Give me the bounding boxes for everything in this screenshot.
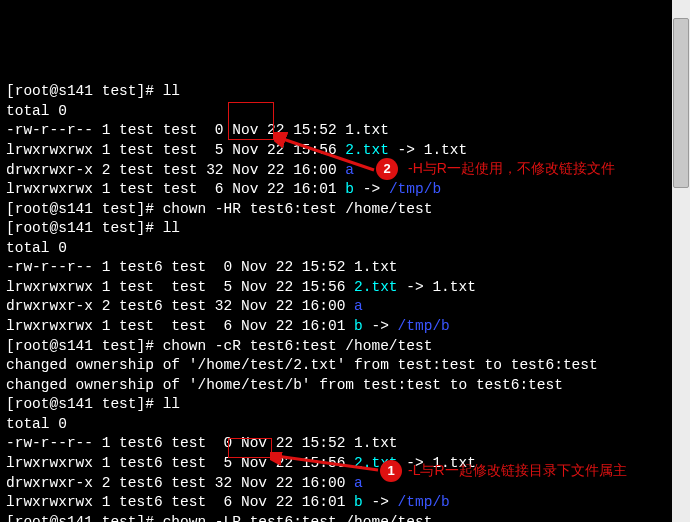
arrow-icon: -> bbox=[371, 494, 388, 510]
arrow-icon: -> bbox=[371, 318, 388, 334]
terminal-line: lrwxrwxrwx 1 test test 5 Nov 22 15:56 2.… bbox=[6, 278, 684, 298]
terminal-line: lrwxrwxrwx 1 test test 6 Nov 22 16:01 b … bbox=[6, 317, 684, 337]
terminal-line: [root@s141 test]# ll bbox=[6, 219, 684, 239]
terminal-line: changed ownership of '/home/test/b' from… bbox=[6, 376, 684, 396]
terminal-line: drwxrwxr-x 2 test6 test 32 Nov 22 16:00 … bbox=[6, 474, 684, 494]
file-name: 1.txt bbox=[345, 122, 389, 138]
terminal-line: total 0 bbox=[6, 102, 684, 122]
file-name: 2.txt bbox=[345, 142, 389, 158]
terminal-output[interactable]: [root@s141 test]# lltotal 0-rw-r--r-- 1 … bbox=[6, 82, 684, 522]
terminal-line: [root@s141 test]# chown -cR test6:test /… bbox=[6, 337, 684, 357]
file-name: a bbox=[345, 162, 354, 178]
terminal-line: -rw-r--r-- 1 test6 test 0 Nov 22 15:52 1… bbox=[6, 258, 684, 278]
file-name: 1.txt bbox=[354, 435, 398, 451]
terminal-line: -rw-r--r-- 1 test6 test 0 Nov 22 15:52 1… bbox=[6, 434, 684, 454]
scrollbar-thumb[interactable] bbox=[673, 18, 689, 188]
terminal-line: lrwxrwxrwx 1 test6 test 6 Nov 22 16:01 b… bbox=[6, 493, 684, 513]
arrow-icon: -> bbox=[406, 279, 423, 295]
terminal-line: drwxrwxr-x 2 test6 test 32 Nov 22 16:00 … bbox=[6, 297, 684, 317]
vertical-scrollbar[interactable] bbox=[672, 0, 690, 522]
terminal-line: [root@s141 test]# ll bbox=[6, 82, 684, 102]
terminal-line: drwxrwxr-x 2 test test 32 Nov 22 16:00 a bbox=[6, 161, 684, 181]
file-name: b bbox=[354, 494, 363, 510]
link-target: 1.txt bbox=[432, 279, 476, 295]
file-name: 2.txt bbox=[354, 279, 398, 295]
link-target: /tmp/b bbox=[389, 181, 441, 197]
terminal-line: lrwxrwxrwx 1 test test 6 Nov 22 16:01 b … bbox=[6, 180, 684, 200]
terminal-line: -rw-r--r-- 1 test test 0 Nov 22 15:52 1.… bbox=[6, 121, 684, 141]
link-target: /tmp/b bbox=[398, 318, 450, 334]
terminal-line: total 0 bbox=[6, 239, 684, 259]
file-name: a bbox=[354, 475, 363, 491]
file-name: b bbox=[354, 318, 363, 334]
link-target: 1.txt bbox=[432, 455, 476, 471]
file-name: b bbox=[345, 181, 354, 197]
terminal-line: lrwxrwxrwx 1 test test 5 Nov 22 15:56 2.… bbox=[6, 141, 684, 161]
file-name: 1.txt bbox=[354, 259, 398, 275]
terminal-line: [root@s141 test]# ll bbox=[6, 395, 684, 415]
link-target: /tmp/b bbox=[398, 494, 450, 510]
file-name: a bbox=[354, 298, 363, 314]
link-target: 1.txt bbox=[424, 142, 468, 158]
terminal-line: [root@s141 test]# chown -LR test6:test /… bbox=[6, 513, 684, 522]
arrow-icon: -> bbox=[406, 455, 423, 471]
arrow-icon: -> bbox=[363, 181, 380, 197]
terminal-line: changed ownership of '/home/test/2.txt' … bbox=[6, 356, 684, 376]
arrow-icon: -> bbox=[398, 142, 415, 158]
file-name: 2.txt bbox=[354, 455, 398, 471]
terminal-line: [root@s141 test]# chown -HR test6:test /… bbox=[6, 200, 684, 220]
terminal-line: total 0 bbox=[6, 415, 684, 435]
terminal-line: lrwxrwxrwx 1 test6 test 5 Nov 22 15:56 2… bbox=[6, 454, 684, 474]
